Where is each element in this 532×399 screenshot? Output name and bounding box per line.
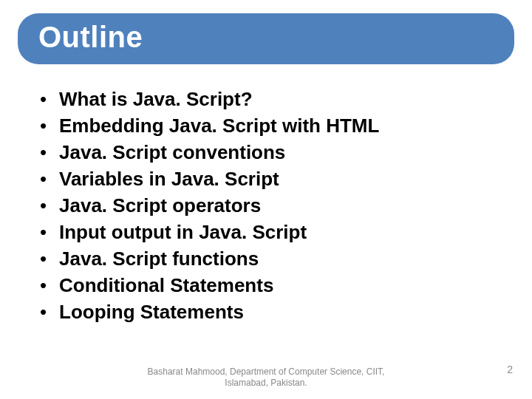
list-item: • Input output in Java. Script — [37, 219, 516, 245]
list-item: • What is Java. Script? — [37, 86, 516, 112]
bullet-icon: • — [37, 246, 59, 271]
list-item: • Variables in Java. Script — [37, 166, 516, 191]
footer: Basharat Mahmood, Department of Computer… — [0, 366, 532, 389]
footer-author: Basharat Mahmood, Department of Computer… — [0, 366, 532, 389]
bullet-icon: • — [37, 140, 59, 165]
list-item-text: Embedding Java. Script with HTML — [59, 113, 379, 138]
list-item: • Looping Statements — [37, 299, 516, 324]
list-item-text: Variables in Java. Script — [59, 166, 279, 191]
list-item: • Embedding Java. Script with HTML — [37, 113, 516, 138]
bullet-icon: • — [37, 113, 59, 138]
list-item-text: Looping Statements — [59, 299, 244, 324]
bullet-icon: • — [37, 86, 59, 112]
bullet-icon: • — [37, 219, 59, 245]
bullet-icon: • — [37, 193, 59, 218]
slide: Outline • What is Java. Script? • Embedd… — [0, 0, 532, 399]
list-item-text: Java. Script operators — [59, 193, 261, 218]
list-item: • Java. Script operators — [37, 193, 516, 218]
title-bar: Outline — [18, 13, 514, 64]
slide-title: Outline — [38, 21, 494, 54]
list-item-text: What is Java. Script? — [59, 86, 253, 112]
outline-list: • What is Java. Script? • Embedding Java… — [16, 86, 516, 324]
list-item-text: Java. Script functions — [59, 246, 259, 271]
list-item: • Java. Script functions — [37, 246, 516, 271]
list-item-text: Java. Script conventions — [59, 140, 285, 165]
bullet-icon: • — [37, 273, 59, 298]
list-item-text: Input output in Java. Script — [59, 219, 307, 245]
list-item-text: Conditional Statements — [59, 273, 273, 298]
bullet-icon: • — [37, 166, 59, 191]
page-number: 2 — [507, 364, 513, 375]
list-item: • Java. Script conventions — [37, 140, 516, 165]
bullet-icon: • — [37, 299, 59, 324]
list-item: • Conditional Statements — [37, 273, 516, 298]
